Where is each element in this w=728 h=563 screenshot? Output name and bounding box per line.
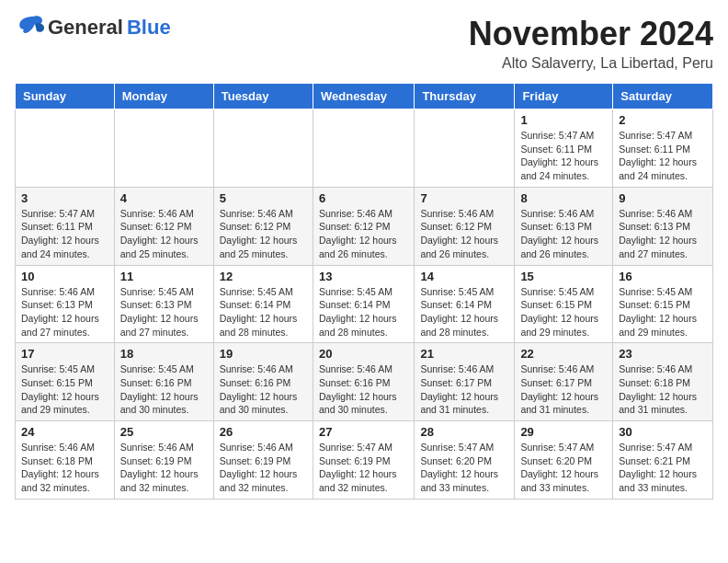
calendar-cell: 7Sunrise: 5:46 AM Sunset: 6:12 PM Daylig…	[415, 187, 515, 265]
day-number: 24	[21, 425, 108, 439]
day-info: Sunrise: 5:46 AM Sunset: 6:13 PM Dayligh…	[21, 285, 108, 339]
day-number: 2	[619, 113, 707, 127]
logo-blue-text: Blue	[127, 16, 171, 40]
day-info: Sunrise: 5:47 AM Sunset: 6:20 PM Dayligh…	[420, 441, 508, 495]
logo: GeneralBlue	[15, 15, 171, 40]
day-info: Sunrise: 5:47 AM Sunset: 6:11 PM Dayligh…	[21, 207, 108, 261]
day-info: Sunrise: 5:45 AM Sunset: 6:15 PM Dayligh…	[619, 285, 707, 339]
calendar-cell: 16Sunrise: 5:45 AM Sunset: 6:15 PM Dayli…	[613, 265, 713, 343]
day-number: 13	[319, 270, 408, 283]
day-number: 18	[120, 347, 208, 361]
week-row-5: 24Sunrise: 5:46 AM Sunset: 6:18 PM Dayli…	[16, 421, 713, 500]
calendar-cell: 29Sunrise: 5:47 AM Sunset: 6:20 PM Dayli…	[515, 421, 613, 500]
day-number: 21	[420, 347, 508, 361]
day-info: Sunrise: 5:46 AM Sunset: 6:17 PM Dayligh…	[420, 362, 508, 417]
calendar-cell: 17Sunrise: 5:45 AM Sunset: 6:15 PM Dayli…	[16, 343, 115, 421]
calendar-cell: 6Sunrise: 5:46 AM Sunset: 6:12 PM Daylig…	[313, 187, 414, 265]
day-info: Sunrise: 5:45 AM Sunset: 6:14 PM Dayligh…	[319, 285, 408, 339]
week-row-2: 3Sunrise: 5:47 AM Sunset: 6:11 PM Daylig…	[16, 187, 713, 265]
calendar-cell: 10Sunrise: 5:46 AM Sunset: 6:13 PM Dayli…	[16, 265, 115, 343]
calendar-cell: 25Sunrise: 5:46 AM Sunset: 6:19 PM Dayli…	[114, 421, 213, 500]
calendar-cell: 9Sunrise: 5:46 AM Sunset: 6:13 PM Daylig…	[613, 187, 713, 265]
day-number: 12	[220, 270, 307, 283]
calendar-cell: 22Sunrise: 5:46 AM Sunset: 6:17 PM Dayli…	[515, 343, 613, 421]
day-number: 20	[319, 347, 408, 361]
calendar-cell: 14Sunrise: 5:45 AM Sunset: 6:14 PM Dayli…	[415, 265, 515, 343]
day-number: 16	[619, 270, 707, 283]
calendar-cell: 12Sunrise: 5:45 AM Sunset: 6:14 PM Dayli…	[213, 265, 313, 343]
calendar-cell: 28Sunrise: 5:47 AM Sunset: 6:20 PM Dayli…	[415, 421, 515, 500]
calendar-cell: 13Sunrise: 5:45 AM Sunset: 6:14 PM Dayli…	[313, 265, 414, 343]
calendar-cell	[114, 109, 213, 188]
calendar-cell: 3Sunrise: 5:47 AM Sunset: 6:11 PM Daylig…	[16, 187, 115, 265]
day-number: 3	[21, 191, 108, 205]
day-info: Sunrise: 5:46 AM Sunset: 6:19 PM Dayligh…	[120, 441, 208, 495]
calendar-cell	[16, 109, 115, 188]
logo-bird-icon	[15, 15, 44, 40]
day-number: 14	[420, 270, 508, 283]
day-info: Sunrise: 5:46 AM Sunset: 6:12 PM Dayligh…	[319, 207, 408, 261]
day-number: 10	[21, 270, 108, 283]
day-info: Sunrise: 5:47 AM Sunset: 6:11 PM Dayligh…	[520, 129, 607, 183]
calendar-cell: 2Sunrise: 5:47 AM Sunset: 6:11 PM Daylig…	[613, 109, 713, 188]
day-info: Sunrise: 5:47 AM Sunset: 6:19 PM Dayligh…	[319, 441, 408, 495]
calendar-cell: 20Sunrise: 5:46 AM Sunset: 6:16 PM Dayli…	[313, 343, 414, 421]
day-number: 11	[120, 270, 208, 283]
calendar-cell: 18Sunrise: 5:45 AM Sunset: 6:16 PM Dayli…	[114, 343, 213, 421]
calendar-cell	[313, 109, 414, 188]
day-number: 1	[520, 113, 607, 127]
weekday-header-thursday: Thursday	[415, 84, 515, 109]
calendar-cell: 8Sunrise: 5:46 AM Sunset: 6:13 PM Daylig…	[515, 187, 613, 265]
calendar-cell: 4Sunrise: 5:46 AM Sunset: 6:12 PM Daylig…	[114, 187, 213, 265]
calendar-cell: 21Sunrise: 5:46 AM Sunset: 6:17 PM Dayli…	[415, 343, 515, 421]
calendar-cell: 11Sunrise: 5:45 AM Sunset: 6:13 PM Dayli…	[114, 265, 213, 343]
day-info: Sunrise: 5:46 AM Sunset: 6:17 PM Dayligh…	[520, 362, 607, 417]
day-info: Sunrise: 5:45 AM Sunset: 6:15 PM Dayligh…	[520, 285, 607, 339]
day-info: Sunrise: 5:46 AM Sunset: 6:12 PM Dayligh…	[220, 207, 307, 261]
week-row-1: 1Sunrise: 5:47 AM Sunset: 6:11 PM Daylig…	[16, 109, 713, 188]
day-number: 19	[220, 347, 307, 361]
day-info: Sunrise: 5:45 AM Sunset: 6:13 PM Dayligh…	[120, 285, 208, 339]
day-number: 23	[619, 347, 707, 361]
weekday-header-tuesday: Tuesday	[213, 84, 313, 109]
week-row-3: 10Sunrise: 5:46 AM Sunset: 6:13 PM Dayli…	[16, 265, 713, 343]
logo-general-text: General	[48, 16, 123, 40]
calendar-cell: 30Sunrise: 5:47 AM Sunset: 6:21 PM Dayli…	[613, 421, 713, 500]
day-info: Sunrise: 5:46 AM Sunset: 6:16 PM Dayligh…	[319, 362, 408, 417]
calendar-cell	[415, 109, 515, 188]
day-number: 27	[319, 425, 408, 439]
day-number: 28	[420, 425, 508, 439]
day-info: Sunrise: 5:46 AM Sunset: 6:13 PM Dayligh…	[619, 207, 707, 261]
day-number: 26	[220, 425, 307, 439]
day-info: Sunrise: 5:47 AM Sunset: 6:21 PM Dayligh…	[619, 441, 707, 495]
day-info: Sunrise: 5:46 AM Sunset: 6:12 PM Dayligh…	[420, 207, 508, 261]
weekday-header-saturday: Saturday	[613, 84, 713, 109]
header: GeneralBlue November 2024 Alto Salaverry…	[15, 15, 713, 72]
day-info: Sunrise: 5:46 AM Sunset: 6:12 PM Dayligh…	[120, 207, 208, 261]
day-number: 15	[520, 270, 607, 283]
location-subtitle: Alto Salaverry, La Libertad, Peru	[469, 55, 713, 72]
day-number: 9	[619, 191, 707, 205]
day-info: Sunrise: 5:45 AM Sunset: 6:14 PM Dayligh…	[220, 285, 307, 339]
day-number: 6	[319, 191, 408, 205]
month-title: November 2024	[469, 15, 713, 53]
day-number: 4	[120, 191, 208, 205]
day-info: Sunrise: 5:47 AM Sunset: 6:20 PM Dayligh…	[520, 441, 607, 495]
weekday-header-sunday: Sunday	[16, 84, 115, 109]
calendar-header-row: SundayMondayTuesdayWednesdayThursdayFrid…	[16, 84, 713, 109]
weekday-header-friday: Friday	[515, 84, 613, 109]
calendar-cell: 23Sunrise: 5:46 AM Sunset: 6:18 PM Dayli…	[613, 343, 713, 421]
calendar-cell: 19Sunrise: 5:46 AM Sunset: 6:16 PM Dayli…	[213, 343, 313, 421]
day-info: Sunrise: 5:46 AM Sunset: 6:13 PM Dayligh…	[520, 207, 607, 261]
calendar-cell: 5Sunrise: 5:46 AM Sunset: 6:12 PM Daylig…	[213, 187, 313, 265]
day-number: 22	[520, 347, 607, 361]
day-number: 8	[520, 191, 607, 205]
title-area: November 2024 Alto Salaverry, La Liberta…	[469, 15, 713, 72]
day-number: 5	[220, 191, 307, 205]
calendar-cell	[213, 109, 313, 188]
calendar-cell: 24Sunrise: 5:46 AM Sunset: 6:18 PM Dayli…	[16, 421, 115, 500]
day-info: Sunrise: 5:45 AM Sunset: 6:14 PM Dayligh…	[420, 285, 508, 339]
day-info: Sunrise: 5:46 AM Sunset: 6:18 PM Dayligh…	[21, 441, 108, 495]
weekday-header-monday: Monday	[114, 84, 213, 109]
day-number: 25	[120, 425, 208, 439]
